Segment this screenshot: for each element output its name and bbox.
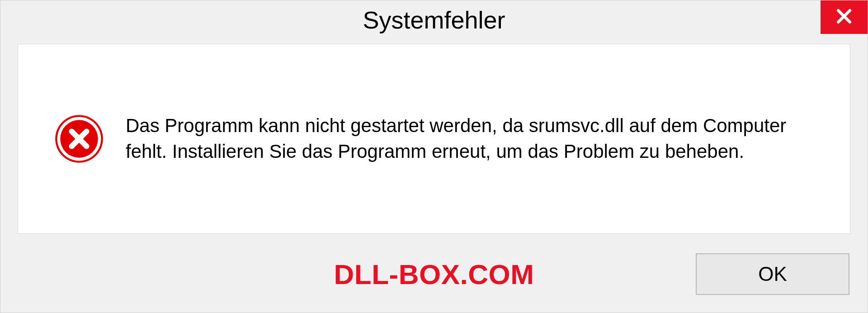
error-icon — [54, 114, 104, 164]
close-icon — [834, 6, 854, 28]
watermark-text: DLL-BOX.COM — [334, 258, 534, 290]
error-message: Das Programm kann nicht gestartet werden… — [126, 113, 818, 164]
footer-area: DLL-BOX.COM OK — [0, 245, 868, 313]
dialog-title: Systemfehler — [363, 6, 505, 34]
error-dialog: Systemfehler Das Programm kann nicht ges… — [0, 0, 868, 313]
ok-button[interactable]: OK — [696, 253, 849, 295]
titlebar: Systemfehler — [0, 0, 868, 39]
close-button[interactable] — [821, 0, 868, 34]
content-area: Das Programm kann nicht gestartet werden… — [18, 44, 850, 234]
